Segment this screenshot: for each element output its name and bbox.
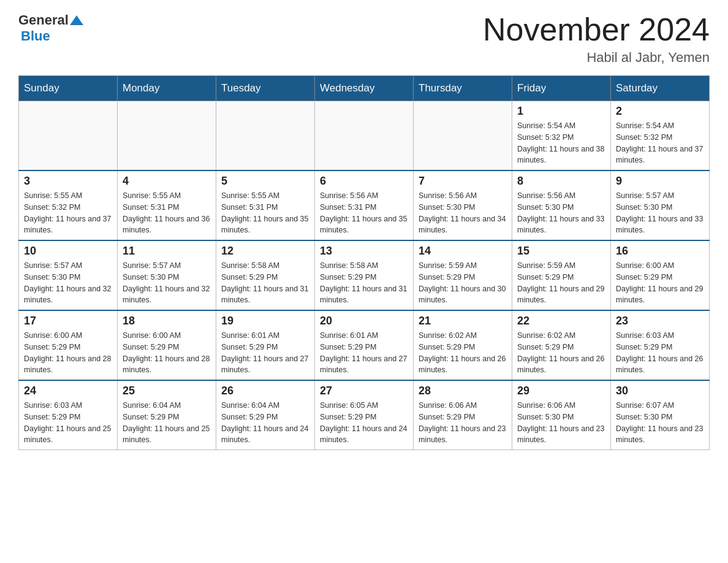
day-number: 3 [24, 175, 112, 188]
day-info: Sunrise: 6:03 AMSunset: 5:29 PMDaylight:… [24, 400, 112, 446]
day-number: 17 [24, 315, 112, 327]
day-info: Sunrise: 5:56 AMSunset: 5:30 PMDaylight:… [517, 190, 605, 236]
title-block: November 2024 Habil al Jabr, Yemen [483, 12, 710, 66]
header-saturday: Saturday [611, 76, 710, 101]
weekday-header-row: Sunday Monday Tuesday Wednesday Thursday… [19, 76, 710, 101]
day-number: 27 [320, 385, 408, 397]
day-cell: 25Sunrise: 6:04 AMSunset: 5:29 PMDayligh… [118, 380, 216, 450]
day-info: Sunrise: 5:59 AMSunset: 5:29 PMDaylight:… [419, 260, 507, 306]
month-title: November 2024 [483, 12, 710, 47]
day-cell: 19Sunrise: 6:01 AMSunset: 5:29 PMDayligh… [216, 310, 315, 380]
page-header: General Blue November 2024 Habil al Jabr… [18, 12, 710, 66]
day-info: Sunrise: 6:01 AMSunset: 5:29 PMDaylight:… [320, 330, 408, 376]
logo-triangle-icon [70, 14, 83, 26]
day-number: 8 [517, 175, 605, 188]
day-cell: 23Sunrise: 6:03 AMSunset: 5:29 PMDayligh… [611, 310, 710, 380]
logo: General Blue [18, 12, 83, 44]
day-cell: 17Sunrise: 6:00 AMSunset: 5:29 PMDayligh… [19, 310, 118, 380]
day-cell: 24Sunrise: 6:03 AMSunset: 5:29 PMDayligh… [19, 380, 118, 450]
day-number: 25 [123, 385, 211, 397]
day-info: Sunrise: 6:00 AMSunset: 5:29 PMDaylight:… [123, 330, 211, 376]
day-info: Sunrise: 5:59 AMSunset: 5:29 PMDaylight:… [517, 260, 605, 306]
week-row-1: 1Sunrise: 5:54 AMSunset: 5:32 PMDaylight… [19, 101, 710, 171]
day-cell: 18Sunrise: 6:00 AMSunset: 5:29 PMDayligh… [118, 310, 216, 380]
day-cell: 9Sunrise: 5:57 AMSunset: 5:30 PMDaylight… [611, 170, 710, 240]
day-cell: 13Sunrise: 5:58 AMSunset: 5:29 PMDayligh… [315, 240, 414, 310]
day-info: Sunrise: 5:55 AMSunset: 5:31 PMDaylight:… [123, 190, 211, 236]
day-info: Sunrise: 6:00 AMSunset: 5:29 PMDaylight:… [616, 260, 704, 306]
day-cell: 7Sunrise: 5:56 AMSunset: 5:30 PMDaylight… [414, 170, 512, 240]
day-cell [414, 101, 512, 171]
day-number: 2 [616, 105, 704, 118]
day-info: Sunrise: 5:57 AMSunset: 5:30 PMDaylight:… [123, 260, 211, 306]
day-cell: 28Sunrise: 6:06 AMSunset: 5:29 PMDayligh… [414, 380, 512, 450]
day-number: 4 [123, 175, 211, 188]
day-cell: 5Sunrise: 5:55 AMSunset: 5:31 PMDaylight… [216, 170, 315, 240]
day-cell: 4Sunrise: 5:55 AMSunset: 5:31 PMDaylight… [118, 170, 216, 240]
header-tuesday: Tuesday [216, 76, 315, 101]
day-number: 1 [517, 105, 605, 118]
day-cell: 30Sunrise: 6:07 AMSunset: 5:30 PMDayligh… [611, 380, 710, 450]
day-number: 21 [419, 315, 507, 327]
day-info: Sunrise: 6:04 AMSunset: 5:29 PMDaylight:… [221, 400, 309, 446]
day-cell: 12Sunrise: 5:58 AMSunset: 5:29 PMDayligh… [216, 240, 315, 310]
week-row-2: 3Sunrise: 5:55 AMSunset: 5:32 PMDaylight… [19, 170, 710, 240]
day-info: Sunrise: 5:58 AMSunset: 5:29 PMDaylight:… [320, 260, 408, 306]
day-info: Sunrise: 6:07 AMSunset: 5:30 PMDaylight:… [616, 400, 704, 446]
day-info: Sunrise: 6:06 AMSunset: 5:30 PMDaylight:… [517, 400, 605, 446]
day-cell: 26Sunrise: 6:04 AMSunset: 5:29 PMDayligh… [216, 380, 315, 450]
day-cell: 20Sunrise: 6:01 AMSunset: 5:29 PMDayligh… [315, 310, 414, 380]
day-number: 28 [419, 385, 507, 397]
day-number: 11 [123, 245, 211, 258]
week-row-4: 17Sunrise: 6:00 AMSunset: 5:29 PMDayligh… [19, 310, 710, 380]
svg-marker-0 [70, 15, 83, 25]
header-monday: Monday [118, 76, 216, 101]
day-cell: 1Sunrise: 5:54 AMSunset: 5:32 PMDaylight… [512, 101, 611, 171]
day-number: 24 [24, 385, 112, 397]
location-text: Habil al Jabr, Yemen [483, 50, 710, 66]
day-number: 22 [517, 315, 605, 327]
day-number: 15 [517, 245, 605, 258]
day-cell [216, 101, 315, 171]
day-info: Sunrise: 6:04 AMSunset: 5:29 PMDaylight:… [123, 400, 211, 446]
day-cell: 27Sunrise: 6:05 AMSunset: 5:29 PMDayligh… [315, 380, 414, 450]
day-info: Sunrise: 5:58 AMSunset: 5:29 PMDaylight:… [221, 260, 309, 306]
day-number: 9 [616, 175, 704, 188]
header-friday: Friday [512, 76, 611, 101]
day-number: 30 [616, 385, 704, 397]
header-thursday: Thursday [414, 76, 512, 101]
day-info: Sunrise: 6:02 AMSunset: 5:29 PMDaylight:… [517, 330, 605, 376]
day-cell: 29Sunrise: 6:06 AMSunset: 5:30 PMDayligh… [512, 380, 611, 450]
day-number: 5 [221, 175, 309, 188]
day-cell: 11Sunrise: 5:57 AMSunset: 5:30 PMDayligh… [118, 240, 216, 310]
day-cell: 15Sunrise: 5:59 AMSunset: 5:29 PMDayligh… [512, 240, 611, 310]
day-info: Sunrise: 6:00 AMSunset: 5:29 PMDaylight:… [24, 330, 112, 376]
day-info: Sunrise: 5:56 AMSunset: 5:31 PMDaylight:… [320, 190, 408, 236]
day-number: 23 [616, 315, 704, 327]
day-cell [19, 101, 118, 171]
day-number: 13 [320, 245, 408, 258]
logo-general-text: General [18, 12, 69, 28]
day-cell: 8Sunrise: 5:56 AMSunset: 5:30 PMDaylight… [512, 170, 611, 240]
day-number: 26 [221, 385, 309, 397]
calendar-table: Sunday Monday Tuesday Wednesday Thursday… [18, 75, 710, 450]
day-number: 12 [221, 245, 309, 258]
day-info: Sunrise: 5:55 AMSunset: 5:31 PMDaylight:… [221, 190, 309, 236]
day-number: 29 [517, 385, 605, 397]
day-cell: 14Sunrise: 5:59 AMSunset: 5:29 PMDayligh… [414, 240, 512, 310]
header-wednesday: Wednesday [315, 76, 414, 101]
day-number: 7 [419, 175, 507, 188]
day-info: Sunrise: 5:57 AMSunset: 5:30 PMDaylight:… [24, 260, 112, 306]
day-number: 14 [419, 245, 507, 258]
day-cell: 16Sunrise: 6:00 AMSunset: 5:29 PMDayligh… [611, 240, 710, 310]
day-number: 20 [320, 315, 408, 327]
day-info: Sunrise: 6:02 AMSunset: 5:29 PMDaylight:… [419, 330, 507, 376]
day-number: 10 [24, 245, 112, 258]
day-cell: 21Sunrise: 6:02 AMSunset: 5:29 PMDayligh… [414, 310, 512, 380]
day-number: 6 [320, 175, 408, 188]
day-info: Sunrise: 5:54 AMSunset: 5:32 PMDaylight:… [517, 120, 605, 166]
day-info: Sunrise: 6:06 AMSunset: 5:29 PMDaylight:… [419, 400, 507, 446]
day-info: Sunrise: 5:55 AMSunset: 5:32 PMDaylight:… [24, 190, 112, 236]
day-number: 19 [221, 315, 309, 327]
week-row-3: 10Sunrise: 5:57 AMSunset: 5:30 PMDayligh… [19, 240, 710, 310]
